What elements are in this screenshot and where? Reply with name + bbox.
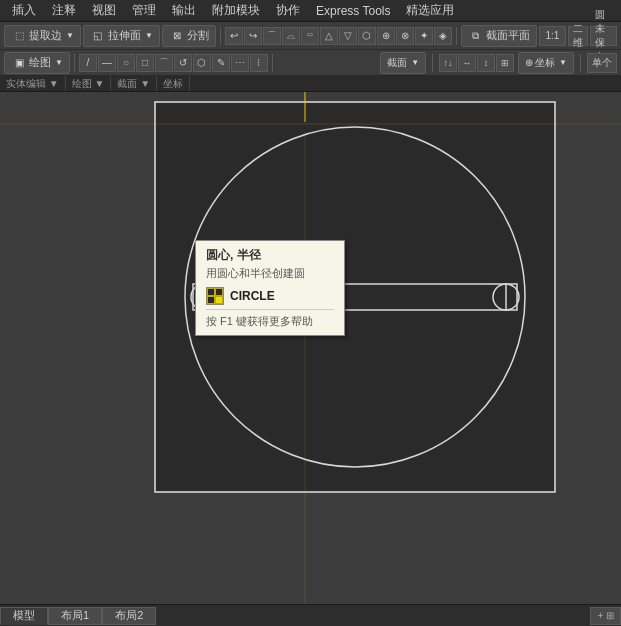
tooltip-popup: 圆心, 半径 用圆心和半径创建圆 CIRCLE 按 F1 键获得更多帮助 bbox=[195, 240, 345, 336]
menu-addons[interactable]: 附加模块 bbox=[204, 0, 268, 21]
unsaved-btn[interactable]: 圆未保存 bbox=[590, 26, 617, 46]
small-tool-12[interactable]: ◈ bbox=[434, 27, 452, 45]
draw-label[interactable]: 绘图 ▼ bbox=[66, 76, 112, 91]
separator-5 bbox=[432, 54, 433, 72]
draw-rect[interactable]: □ bbox=[136, 54, 154, 72]
svg-rect-13 bbox=[216, 289, 222, 295]
menu-express[interactable]: Express Tools bbox=[308, 0, 398, 21]
draw-circle[interactable]: ○ bbox=[117, 54, 135, 72]
solid-icon: ▣ bbox=[11, 55, 27, 71]
draw-arc[interactable]: ⌒ bbox=[155, 54, 173, 72]
separator-3 bbox=[74, 54, 75, 72]
tooltip-command-name: CIRCLE bbox=[230, 289, 275, 303]
tab-layout2[interactable]: 布局2 bbox=[102, 607, 156, 625]
separator-6 bbox=[580, 54, 581, 72]
separator-1 bbox=[220, 27, 221, 45]
view-toggle[interactable]: 二维 bbox=[568, 26, 588, 46]
section-labels-row: 实体编辑 ▼ 绘图 ▼ 截面 ▼ 坐标 bbox=[0, 76, 621, 92]
extract-edge-icon: ⬚ bbox=[11, 28, 27, 44]
draw-tool8[interactable]: ✎ bbox=[212, 54, 230, 72]
separator-2 bbox=[456, 27, 457, 45]
draw-tool10[interactable]: ⁝ bbox=[250, 54, 268, 72]
tooltip-command-icon bbox=[206, 287, 224, 305]
menu-output[interactable]: 输出 bbox=[164, 0, 204, 21]
tab-layout1[interactable]: 布局1 bbox=[48, 607, 102, 625]
section-label[interactable]: 截面 ▼ bbox=[111, 76, 157, 91]
tooltip-title: 圆心, 半径 bbox=[206, 247, 334, 264]
split-btn[interactable]: ⊠ 分割 bbox=[162, 25, 216, 47]
menu-manage[interactable]: 管理 bbox=[124, 0, 164, 21]
split-icon: ⊠ bbox=[169, 28, 185, 44]
section-icon: ⧉ bbox=[468, 28, 484, 44]
menu-annotate[interactable]: 注释 bbox=[44, 0, 84, 21]
draw-tool9[interactable]: ⋯ bbox=[231, 54, 249, 72]
small-tool-5[interactable]: ⌔ bbox=[301, 27, 319, 45]
dropdown-arrow: ▼ bbox=[66, 31, 74, 40]
coord-btn-4[interactable]: ⊞ bbox=[496, 54, 514, 72]
scale-indicator[interactable]: 1:1 bbox=[539, 26, 567, 46]
svg-rect-12 bbox=[208, 289, 214, 295]
tooltip-help: 按 F1 键获得更多帮助 bbox=[206, 309, 334, 329]
small-tool-11[interactable]: ✦ bbox=[415, 27, 433, 45]
small-tool-3[interactable]: ⌒ bbox=[263, 27, 281, 45]
separator-4 bbox=[272, 54, 273, 72]
menu-bar: 插入 注释 视图 管理 输出 附加模块 协作 Express Tools 精选应… bbox=[0, 0, 621, 22]
section-dropdown[interactable]: 截面 ▼ bbox=[380, 52, 426, 74]
menu-featured[interactable]: 精选应用 bbox=[398, 0, 462, 21]
draw-tool7[interactable]: ⬡ bbox=[193, 54, 211, 72]
draw-line2[interactable]: — bbox=[98, 54, 116, 72]
view-controls[interactable]: + ⊞ bbox=[590, 607, 621, 625]
small-tool-10[interactable]: ⊗ bbox=[396, 27, 414, 45]
tab-model[interactable]: 模型 bbox=[0, 607, 48, 625]
draw-tool6[interactable]: ↺ bbox=[174, 54, 192, 72]
small-tool-9[interactable]: ⊕ bbox=[377, 27, 395, 45]
extract-edge-btn[interactable]: ⬚ 提取边 ▼ bbox=[4, 25, 81, 47]
small-tool-4[interactable]: ⌓ bbox=[282, 27, 300, 45]
menu-collaborate[interactable]: 协作 bbox=[268, 0, 308, 21]
toolbar-row-2: ▣ 绘图 ▼ / — ○ □ ⌒ ↺ ⬡ ✎ ⋯ ⁝ 截面 ▼ ↑↓ ↔ ↕ ⊞… bbox=[0, 50, 621, 76]
bottom-tab-bar: 模型 布局1 布局2 + ⊞ bbox=[0, 604, 621, 626]
menu-insert[interactable]: 插入 bbox=[4, 0, 44, 21]
dropdown-arrow3: ▼ bbox=[55, 58, 63, 67]
dropdown-arrow2: ▼ bbox=[145, 31, 153, 40]
single-btn[interactable]: 单个 bbox=[587, 53, 617, 73]
extra-label bbox=[190, 76, 621, 91]
section-plane-btn[interactable]: ⧉ 截面平面 bbox=[461, 25, 537, 47]
stretch-face-btn[interactable]: ◱ 拉伸面 ▼ bbox=[83, 25, 160, 47]
toolbar-row-1: ⬚ 提取边 ▼ ◱ 拉伸面 ▼ ⊠ 分割 ↩ ↪ ⌒ ⌓ ⌔ △ ▽ ⬡ ⊕ ⊗… bbox=[0, 22, 621, 50]
stretch-icon: ◱ bbox=[90, 28, 106, 44]
tooltip-desc: 用圆心和半径创建圆 bbox=[206, 266, 334, 281]
small-tool-1[interactable]: ↩ bbox=[225, 27, 243, 45]
solid-edit-label[interactable]: 实体编辑 ▼ bbox=[0, 76, 66, 91]
tooltip-command: CIRCLE bbox=[206, 287, 334, 305]
solid-edit-btn[interactable]: ▣ 绘图 ▼ bbox=[4, 52, 70, 74]
coord-btn-3[interactable]: ↕ bbox=[477, 54, 495, 72]
canvas-area[interactable]: 圆心, 半径 用圆心和半径创建圆 CIRCLE 按 F1 键获得更多帮助 bbox=[0, 92, 621, 604]
menu-view[interactable]: 视图 bbox=[84, 0, 124, 21]
coord-btn-2[interactable]: ↔ bbox=[458, 54, 476, 72]
draw-line[interactable]: / bbox=[79, 54, 97, 72]
world-btn[interactable]: ⊕ 坐标 ▼ bbox=[518, 52, 574, 74]
coord-btn-1[interactable]: ↑↓ bbox=[439, 54, 457, 72]
small-tool-8[interactable]: ⬡ bbox=[358, 27, 376, 45]
coord-label[interactable]: 坐标 bbox=[157, 76, 190, 91]
small-tool-7[interactable]: ▽ bbox=[339, 27, 357, 45]
drawing-svg bbox=[0, 92, 621, 604]
small-tool-6[interactable]: △ bbox=[320, 27, 338, 45]
svg-rect-14 bbox=[208, 297, 214, 303]
svg-rect-15 bbox=[216, 297, 222, 303]
small-tool-2[interactable]: ↪ bbox=[244, 27, 262, 45]
